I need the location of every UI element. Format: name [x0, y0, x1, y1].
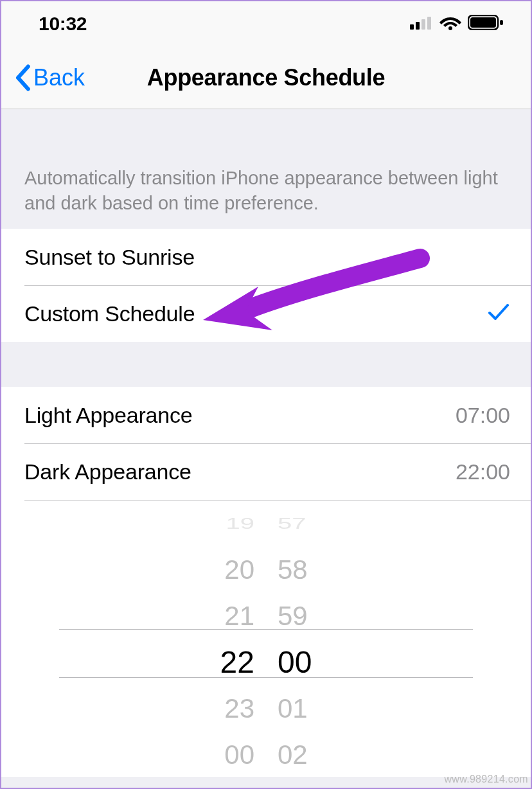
picker-item: 19	[125, 510, 266, 538]
picker-item: 59	[266, 593, 407, 639]
row-label: Light Appearance	[24, 403, 192, 428]
row-label: Dark Appearance	[24, 459, 191, 484]
chevron-left-icon	[14, 64, 31, 91]
status-bar: 10:32	[1, 1, 531, 46]
picker-item: 01	[266, 686, 407, 732]
watermark: www.989214.com	[445, 774, 529, 785]
option-custom-schedule[interactable]: Custom Schedule	[1, 285, 531, 342]
picker-hours-column[interactable]: 19 20 21 22 23 00 01	[125, 501, 266, 777]
svg-rect-0	[410, 24, 414, 30]
status-time: 10:32	[39, 13, 87, 35]
option-sunset-to-sunrise[interactable]: Sunset to Sunrise	[1, 229, 531, 285]
back-button[interactable]: Back	[14, 64, 85, 91]
option-label: Custom Schedule	[24, 301, 195, 326]
picker-item: 00	[125, 732, 266, 777]
svg-rect-1	[416, 22, 420, 30]
page-title: Appearance Schedule	[147, 64, 385, 91]
picker-item: 21	[125, 593, 266, 639]
picker-minutes-column[interactable]: 57 58 59 00 01 02 03	[266, 501, 407, 777]
picker-item: 58	[266, 547, 407, 593]
picker-item: 20	[125, 547, 266, 593]
checkmark-icon	[487, 301, 510, 326]
dark-appearance-row[interactable]: Dark Appearance 22:00	[1, 443, 531, 500]
light-appearance-time: 07:00	[456, 403, 510, 428]
time-picker[interactable]: 19 20 21 22 23 00 01 57 58 59 00 01 02 0…	[1, 501, 531, 777]
status-icons	[410, 15, 504, 33]
svg-rect-6	[470, 17, 496, 28]
schedule-times-section: Light Appearance 07:00 Dark Appearance 2…	[1, 387, 531, 777]
nav-bar: Back Appearance Schedule	[1, 46, 531, 109]
svg-rect-3	[427, 17, 431, 30]
section-description: Automatically transition iPhone appearan…	[1, 109, 531, 229]
schedule-mode-section: Sunset to Sunrise Custom Schedule	[1, 229, 531, 342]
picker-item: 02	[266, 732, 407, 777]
battery-icon	[468, 15, 504, 33]
picker-item-selected: 00	[266, 639, 407, 686]
dark-appearance-time: 22:00	[456, 459, 510, 484]
svg-rect-2	[421, 19, 425, 30]
svg-point-4	[448, 26, 452, 30]
svg-rect-7	[500, 20, 503, 25]
wifi-icon	[439, 15, 461, 33]
picker-item: 57	[266, 510, 407, 538]
section-gap	[1, 342, 531, 387]
cellular-icon	[410, 15, 433, 32]
option-label: Sunset to Sunrise	[24, 245, 195, 270]
light-appearance-row[interactable]: Light Appearance 07:00	[1, 387, 531, 443]
back-label: Back	[33, 64, 85, 91]
picker-item-selected: 22	[125, 639, 266, 686]
picker-item: 23	[125, 686, 266, 732]
